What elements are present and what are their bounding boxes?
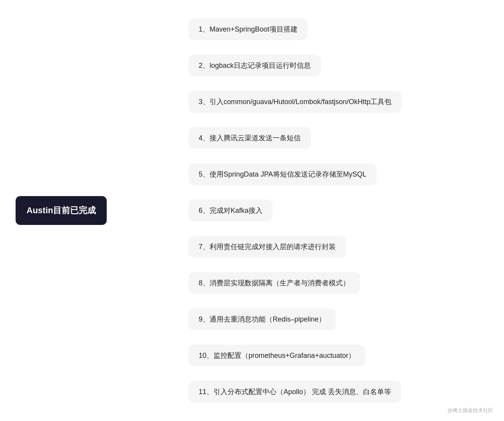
center-label: Austin目前已完成 [26,205,96,215]
mind-map: Austin目前已完成 1、Maven+SpringBoot项目搭建2、logb… [0,0,504,421]
branch-nodes-container: 1、Maven+SpringBoot项目搭建2、logback日志记录项目运行时… [189,0,492,421]
branch-node-10: 10、监控配置（prometheus+Grafana+auctuator） [189,345,365,366]
branch-node-9: 9、通用去重消息功能（Redis–pipeline） [189,308,336,330]
watermark: @稀土掘金技术社区 [448,407,493,414]
branch-node-4: 4、接入腾讯云渠道发送一条短信 [189,127,311,149]
branch-node-5: 5、使用SpringData JPA将短信发送记录存储至MySQL [189,163,377,185]
branch-node-11: 11、引入分布式配置中心（Apollo） 完成 丢失消息、白名单等 [189,381,401,403]
branch-node-1: 1、Maven+SpringBoot项目搭建 [189,18,308,40]
branch-node-3: 3、引入common/guava/Hutool/Lombok/fastjson/… [189,91,402,113]
center-node: Austin目前已完成 [16,196,107,225]
branch-node-6: 6、完成对Kafka接入 [189,200,273,221]
branch-node-2: 2、logback日志记录项目运行时信息 [189,55,321,76]
branch-node-7: 7、利用责任链完成对接入层的请求进行封装 [189,236,346,258]
branch-node-8: 8、消费层实现数据隔离（生产者与消费者模式） [189,272,360,294]
watermark-text: @稀土掘金技术社区 [448,407,493,413]
